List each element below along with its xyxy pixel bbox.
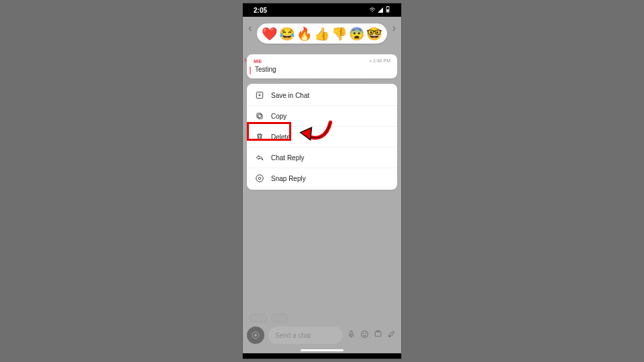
wifi-icon — [369, 7, 376, 14]
reaction-thumbs-down[interactable]: 👎 — [332, 26, 347, 41]
svg-rect-1 — [387, 6, 388, 7]
annotation-arrow — [298, 119, 335, 147]
camera-circle-icon — [255, 174, 264, 183]
menu-item-label: Chat Reply — [271, 154, 304, 162]
phone-frame: 2:05 ‹ › N ❤️ 😂 🔥 👍 👎 😨 🤓 — [243, 3, 401, 359]
save-in-chat-icon — [255, 90, 264, 100]
menu-item-snap-reply[interactable]: Snap Reply — [247, 168, 397, 188]
home-indicator[interactable] — [301, 349, 343, 351]
reaction-fire[interactable]: 🔥 — [297, 26, 312, 41]
chat-screen: ‹ › N ❤️ 😂 🔥 👍 👎 😨 🤓 ME 1:46 PM Testing … — [243, 17, 401, 353]
letterbox-bottom — [243, 353, 401, 359]
menu-item-save-in-chat[interactable]: Save in Chat — [247, 85, 397, 106]
reply-icon — [255, 153, 264, 162]
reaction-heart[interactable]: ❤️ — [262, 26, 277, 41]
status-time: 2:05 — [254, 7, 267, 14]
menu-item-chat-reply[interactable]: Chat Reply — [247, 147, 397, 168]
menu-item-label: Save in Chat — [271, 92, 309, 99]
battery-icon — [385, 6, 390, 14]
menu-item-label: Delete — [271, 133, 290, 141]
svg-rect-5 — [257, 113, 261, 117]
menu-item-label: Snap Reply — [271, 175, 306, 182]
system-divider-text: YOU CHANGED THE GROUP NAME TO TESTING — [247, 78, 397, 82]
menu-item-label: Copy — [271, 113, 286, 120]
reaction-thumbs-up[interactable]: 👍 — [315, 26, 329, 41]
trash-icon — [255, 132, 264, 141]
status-bar: 2:05 — [243, 3, 401, 17]
selected-message-card: ME 1:46 PM Testing — [247, 54, 397, 78]
svg-rect-2 — [387, 9, 389, 11]
copy-icon — [255, 111, 264, 121]
status-icons — [369, 6, 390, 14]
reaction-nerd[interactable]: 🤓 — [367, 26, 382, 41]
reaction-bar: ❤️ 😂 🔥 👍 👎 😨 🤓 — [257, 23, 387, 44]
message-text: Testing — [255, 66, 390, 73]
svg-rect-4 — [258, 115, 262, 119]
message-time: 1:46 PM — [370, 58, 390, 63]
svg-point-7 — [258, 177, 261, 180]
svg-point-6 — [256, 175, 264, 182]
reaction-shock[interactable]: 😨 — [350, 26, 364, 41]
reaction-laugh[interactable]: 😂 — [280, 26, 294, 41]
signal-icon — [378, 7, 383, 14]
